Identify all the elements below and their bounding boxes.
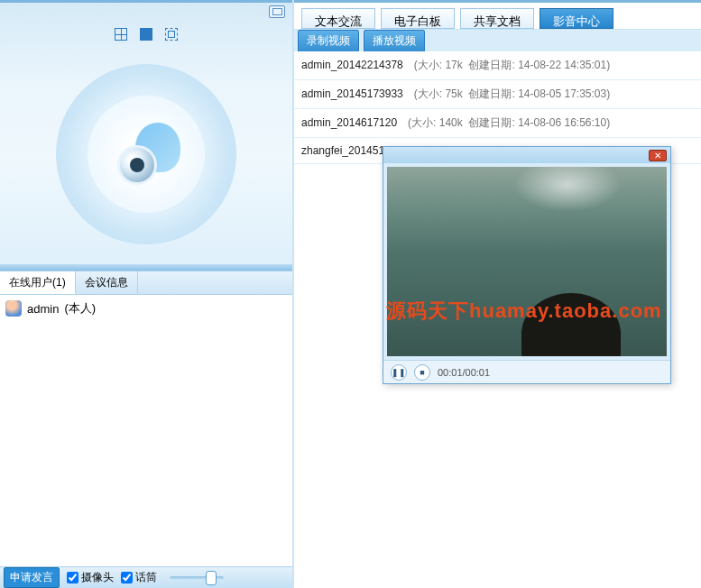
online-user-list: admin (本人): [0, 294, 292, 566]
tab-1[interactable]: 电子白板: [381, 8, 455, 29]
avatar: [5, 300, 22, 317]
tab-3[interactable]: 影音中心: [540, 8, 613, 29]
tab-0[interactable]: 文本交流: [301, 8, 375, 29]
volume-slider[interactable]: [170, 576, 224, 580]
list-item[interactable]: admin (本人): [4, 299, 289, 318]
camera-placeholder-graphic: [56, 64, 236, 244]
video-player-window[interactable]: ✕ ❚❚ ■ 00:01/00:01: [383, 146, 671, 384]
file-row[interactable]: admin_2014617120(大小: 140k 创建日期: 14-08-06…: [294, 109, 701, 138]
user-self-tag: (本人): [64, 300, 96, 317]
layout-fullscreen-icon[interactable]: [165, 28, 178, 41]
subtab-1[interactable]: 播放视频: [364, 30, 425, 52]
layout-grid-icon[interactable]: [115, 28, 127, 41]
file-row[interactable]: admin_20142214378(大小: 17k 创建日期: 14-08-22…: [294, 51, 701, 80]
camera-checkbox[interactable]: 摄像头: [67, 570, 114, 585]
camera-label: 摄像头: [81, 570, 114, 585]
mic-checkbox-input[interactable]: [121, 572, 133, 583]
camera-preview-panel: [0, 0, 292, 264]
close-button[interactable]: ✕: [649, 150, 667, 161]
layout-single-icon[interactable]: [140, 28, 152, 41]
video-screen[interactable]: [387, 167, 667, 356]
tab-2[interactable]: 共享文档: [460, 8, 534, 29]
pause-button[interactable]: ❚❚: [391, 364, 407, 381]
playback-time: 00:01/00:01: [438, 367, 490, 378]
minimize-button[interactable]: [269, 5, 285, 18]
tab-online-users[interactable]: 在线用户(1): [0, 271, 76, 294]
mic-label: 话筒: [135, 570, 157, 585]
stop-button[interactable]: ■: [414, 364, 430, 381]
camera-checkbox-input[interactable]: [67, 572, 78, 583]
camera-lens-icon: [117, 145, 157, 185]
tab-meeting-info[interactable]: 会议信息: [76, 271, 138, 294]
subtab-0[interactable]: 录制视频: [298, 30, 359, 52]
mic-checkbox[interactable]: 话筒: [121, 570, 157, 585]
file-row[interactable]: admin_20145173933(大小: 75k 创建日期: 14-08-05…: [294, 80, 701, 109]
request-speak-button[interactable]: 申请发言: [4, 567, 60, 588]
user-name: admin: [27, 302, 59, 316]
